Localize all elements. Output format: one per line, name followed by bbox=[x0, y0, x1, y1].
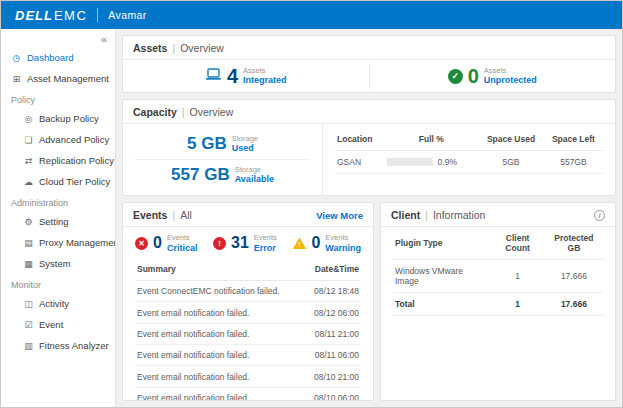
view-more-link[interactable]: View More bbox=[316, 210, 363, 221]
sidebar-item-label: Activity bbox=[39, 298, 69, 309]
client-information-panel: Client | Information i Plugin Type Clien… bbox=[380, 202, 616, 401]
fitness-analyzer-icon: ▥ bbox=[23, 341, 34, 351]
event-icon: ☑ bbox=[23, 320, 34, 330]
sidebar-item-event[interactable]: ☑ Event bbox=[1, 314, 115, 335]
total-label: Total bbox=[393, 293, 490, 316]
dell-emc-logo: DELL EMC bbox=[15, 8, 87, 23]
backup-policy-icon: ◎ bbox=[23, 114, 34, 124]
events-table: Summary Date&Time Event ConnectEMC notif… bbox=[135, 258, 361, 400]
sidebar-item-activity[interactable]: ◫ Activity bbox=[1, 293, 115, 314]
storage-used-stat: 5 GB Storage Used bbox=[123, 129, 322, 159]
panel-title: Client bbox=[391, 209, 420, 221]
sidebar: « ◷ Dashboard ⊞ Asset Management Policy … bbox=[1, 29, 116, 407]
cloud-tier-policy-icon: ☁ bbox=[23, 177, 34, 187]
sidebar-item-label: Backup Policy bbox=[39, 113, 99, 124]
sidebar-item-replication-policy[interactable]: ⇄ Replication Policy bbox=[1, 150, 115, 171]
storage-available-value: 557 GB bbox=[171, 165, 230, 185]
sidebar-item-system[interactable]: ▦ System bbox=[1, 253, 115, 274]
title-separator: | bbox=[172, 209, 175, 221]
assets-integrated-count: 4 bbox=[227, 65, 238, 88]
dashboard-icon: ◷ bbox=[11, 53, 22, 63]
col-header-protected-gb: Protected GB bbox=[545, 227, 603, 260]
client-row: Windows VMware Image 1 17.666 bbox=[393, 260, 603, 293]
stat-label-top: Storage bbox=[232, 135, 258, 144]
sidebar-item-proxy-management[interactable]: ▤ Proxy Management bbox=[1, 232, 115, 253]
sidebar-collapse-button[interactable]: « bbox=[1, 33, 115, 47]
location-cell: GSAN bbox=[335, 151, 385, 174]
events-warning-stat: ! 0 Events Warning bbox=[292, 234, 361, 253]
client-table: Plugin Type Client Count Protected GB Wi… bbox=[393, 227, 603, 316]
laptop-icon bbox=[205, 67, 222, 85]
col-header-plugin-type: Plugin Type bbox=[393, 227, 490, 260]
events-warning-count: 0 bbox=[311, 234, 320, 252]
assets-unprotected-stat: ✓ 0 Assets Unprotected bbox=[448, 65, 537, 88]
stat-label-top: Events bbox=[167, 234, 198, 243]
event-row: Event email notification failed. 08/11 0… bbox=[135, 345, 361, 366]
sidebar-item-label: Cloud Tier Policy bbox=[39, 176, 110, 187]
col-header-space-used: Space Used bbox=[478, 128, 544, 151]
event-summary: Event ConnectEMC notification failed. bbox=[135, 280, 299, 301]
sidebar-item-label: System bbox=[39, 258, 71, 269]
sidebar-item-setting[interactable]: ⚙ Setting bbox=[1, 211, 115, 232]
event-datetime: 08/10 21:00 bbox=[299, 366, 361, 387]
client-count-cell: 1 bbox=[490, 260, 544, 293]
event-row: Event email notification failed. 08/12 0… bbox=[135, 302, 361, 323]
events-panel-header: Events | All View More bbox=[123, 203, 373, 227]
stat-label-top: Events bbox=[254, 234, 277, 243]
capacity-panel-header: Capacity | Overview bbox=[123, 100, 615, 124]
panel-title: Events bbox=[133, 209, 167, 221]
sidebar-item-advanced-policy[interactable]: ❏ Advanced Policy bbox=[1, 129, 115, 150]
storage-available-stat: 557 GB Storage Available bbox=[123, 160, 322, 190]
stat-label-bottom: Available bbox=[235, 174, 274, 184]
event-row: Event email notification failed. 08/11 2… bbox=[135, 323, 361, 344]
sidebar-item-label: Event bbox=[39, 319, 63, 330]
event-datetime: 08/10 06:00 bbox=[299, 387, 361, 400]
emc-logo-text: EMC bbox=[54, 8, 87, 23]
warning-triangle-icon: ! bbox=[292, 237, 306, 249]
sidebar-item-backup-policy[interactable]: ◎ Backup Policy bbox=[1, 108, 115, 129]
sidebar-section-administration: Administration bbox=[1, 192, 115, 211]
dell-logo-text: DELL bbox=[15, 8, 53, 23]
total-protected-gb: 17.666 bbox=[545, 293, 603, 316]
panel-subtitle: Information bbox=[433, 209, 486, 221]
sidebar-item-asset-management[interactable]: ⊞ Asset Management bbox=[1, 68, 115, 89]
sidebar-item-label: Fitness Analyzer bbox=[39, 340, 109, 351]
event-row: Event ConnectEMC notification failed. 08… bbox=[135, 280, 361, 301]
storage-used-value: 5 GB bbox=[187, 134, 227, 154]
assets-panel-header: Assets | Overview bbox=[123, 36, 615, 60]
event-row: Event email notification failed. 08/10 0… bbox=[135, 387, 361, 400]
info-icon[interactable]: i bbox=[594, 210, 605, 221]
sidebar-item-label: Dashboard bbox=[27, 52, 73, 63]
sidebar-item-dashboard[interactable]: ◷ Dashboard bbox=[1, 47, 115, 68]
sidebar-section-monitor: Monitor bbox=[1, 274, 115, 293]
event-row: Event email notification failed. 08/10 2… bbox=[135, 366, 361, 387]
product-name: Avamar bbox=[108, 9, 146, 21]
full-pct-bar bbox=[387, 158, 433, 166]
events-error-stat: ! 31 Events Error bbox=[213, 234, 277, 253]
stat-label-top: Assets bbox=[243, 67, 287, 76]
topbar: DELL EMC Avamar bbox=[1, 1, 622, 29]
stat-label-bottom: Error bbox=[254, 243, 277, 253]
sidebar-item-cloud-tier-policy[interactable]: ☁ Cloud Tier Policy bbox=[1, 171, 115, 192]
event-datetime: 08/12 06:00 bbox=[299, 302, 361, 323]
col-header-client-count: Client Count bbox=[490, 227, 544, 260]
client-total-row: Total 1 17.666 bbox=[393, 293, 603, 316]
stat-label-top: Storage bbox=[235, 166, 274, 175]
title-separator: | bbox=[425, 209, 428, 221]
event-summary: Event email notification failed. bbox=[135, 345, 299, 366]
sidebar-item-fitness-analyzer[interactable]: ▥ Fitness Analyzer bbox=[1, 335, 115, 356]
panel-subtitle: Overview bbox=[190, 106, 234, 118]
protected-gb-cell: 17.666 bbox=[545, 260, 603, 293]
stat-label-bottom: Critical bbox=[167, 243, 198, 253]
check-circle-icon: ✓ bbox=[448, 69, 463, 84]
client-panel-header: Client | Information i bbox=[381, 203, 615, 227]
sidebar-item-label: Replication Policy bbox=[39, 155, 114, 166]
panel-subtitle: All bbox=[180, 209, 192, 221]
assets-overview-panel: Assets | Overview 4 Assets Int bbox=[122, 35, 616, 93]
title-separator: | bbox=[172, 42, 175, 54]
proxy-management-icon: ▤ bbox=[23, 238, 34, 248]
stat-label-bottom: Warning bbox=[325, 243, 361, 253]
stat-label-bottom: Unprotected bbox=[484, 75, 537, 85]
events-critical-stat: ✕ 0 Events Critical bbox=[135, 234, 197, 253]
main-content: Assets | Overview 4 Assets Int bbox=[116, 29, 622, 407]
